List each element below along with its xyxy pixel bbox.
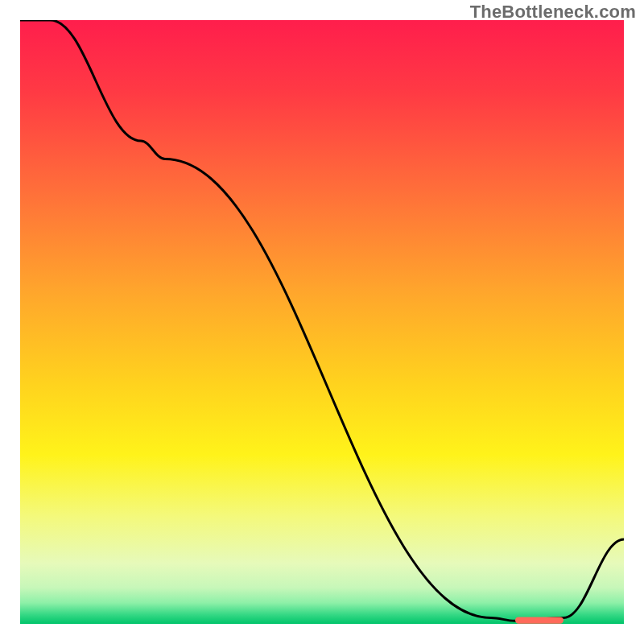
- watermark-label: TheBottleneck.com: [470, 2, 636, 23]
- optimal-range-marker: [515, 617, 564, 623]
- chart-container: TheBottleneck.com: [0, 0, 644, 644]
- bottleneck-chart: [20, 20, 624, 624]
